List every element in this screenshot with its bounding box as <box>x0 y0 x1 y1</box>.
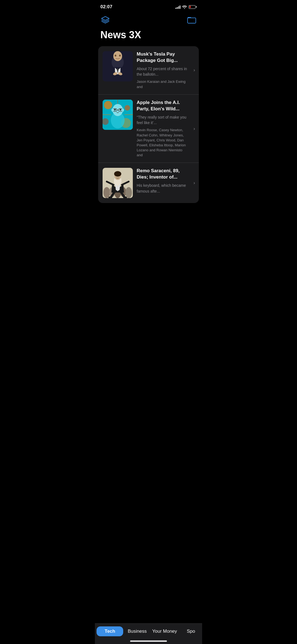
svg-point-21 <box>114 109 116 111</box>
article-content-3: Remo Saraceni, 89, Dies; Inventor of... … <box>137 168 194 196</box>
svg-rect-1 <box>188 18 196 23</box>
article-excerpt-3: His keyboard, which became famous afte..… <box>137 183 189 194</box>
article-authors-2: Kevin Roose, Casey Newton, Rachel Cohn, … <box>137 128 189 158</box>
article-content-1: Musk's Tesla Pay Package Got Big... Abou… <box>137 51 194 89</box>
chevron-icon-2: › <box>194 126 195 131</box>
svg-point-10 <box>104 101 112 109</box>
signal-icon <box>175 5 180 9</box>
article-title-3: Remo Saraceni, 89, Dies; Inventor of... <box>137 168 189 180</box>
article-excerpt-2: “They really sort of make you feel like … <box>137 114 189 126</box>
wifi-icon <box>182 5 187 9</box>
svg-point-19 <box>111 108 114 112</box>
status-bar: 02:07 <box>95 0 202 12</box>
status-time: 02:07 <box>100 4 112 10</box>
app-title: News 3X <box>95 29 202 46</box>
svg-point-11 <box>125 105 130 111</box>
svg-point-22 <box>120 109 121 111</box>
svg-point-27 <box>103 187 110 198</box>
svg-point-8 <box>119 55 121 57</box>
news-item[interactable]: Apple Joins the A.I. Party, Elon's Wild.… <box>98 95 199 163</box>
top-nav <box>95 12 202 29</box>
chevron-icon-1: › <box>194 68 195 73</box>
folder-icon[interactable] <box>187 15 197 25</box>
status-icons <box>175 5 197 9</box>
article-excerpt-1: About 72 percent of shares in the ballot… <box>137 66 189 77</box>
article-thumbnail-1 <box>103 51 133 81</box>
svg-point-34 <box>114 171 121 177</box>
battery-icon <box>189 5 197 9</box>
article-thumbnail-2 <box>103 100 133 130</box>
article-authors-1: Jason Karaian and Jack Ewing and <box>137 79 189 89</box>
news-item[interactable]: Musk's Tesla Pay Package Got Big... Abou… <box>98 46 199 95</box>
svg-point-4 <box>113 51 122 61</box>
svg-rect-0 <box>188 18 196 23</box>
layers-icon[interactable] <box>100 15 110 25</box>
article-content-2: Apple Joins the A.I. Party, Elon's Wild.… <box>137 100 194 158</box>
news-container: Musk's Tesla Pay Package Got Big... Abou… <box>98 46 199 203</box>
svg-point-7 <box>115 55 116 57</box>
news-item[interactable]: Remo Saraceni, 89, Dies; Inventor of... … <box>98 163 199 203</box>
svg-point-30 <box>125 187 132 198</box>
svg-point-20 <box>122 108 124 112</box>
svg-point-41 <box>116 175 117 176</box>
chevron-icon-3: › <box>194 180 195 185</box>
article-title-1: Musk's Tesla Pay Package Got Big... <box>137 51 189 64</box>
svg-point-42 <box>118 175 120 176</box>
article-thumbnail-3 <box>103 168 133 198</box>
article-title-2: Apple Joins the A.I. Party, Elon's Wild.… <box>137 100 189 112</box>
